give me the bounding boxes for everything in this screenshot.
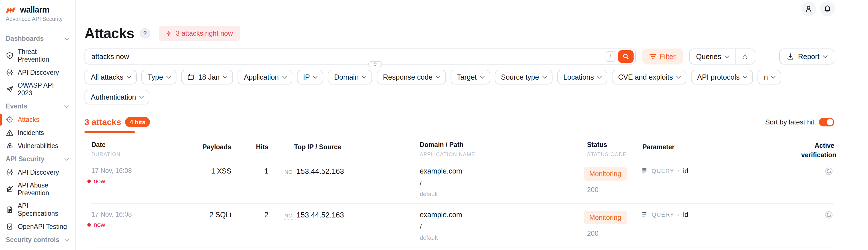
- queries-button[interactable]: Queries: [690, 49, 735, 64]
- chevron-down-icon: [65, 237, 69, 242]
- filter-button[interactable]: Filter: [642, 49, 683, 64]
- verification-ring-icon: [825, 167, 833, 176]
- attack-payloads: 2 SQLi: [194, 211, 231, 241]
- favorite-query-button[interactable]: ☆: [735, 49, 755, 64]
- chip-source-type[interactable]: Source type: [495, 70, 553, 85]
- country-code[interactable]: NO: [284, 169, 293, 176]
- chevron-down-icon: [823, 53, 828, 58]
- sidebar-item-ip-lists[interactable]: IP IP Lists: [0, 247, 75, 250]
- notifications-button[interactable]: [820, 1, 835, 16]
- sidebar: wallarm Advanced API Security Dashboards…: [0, 0, 76, 250]
- status-badge[interactable]: Monitoring: [584, 211, 627, 224]
- status-badge[interactable]: Monitoring: [584, 167, 627, 181]
- report-button[interactable]: Report: [779, 49, 834, 64]
- sort-toggle[interactable]: [819, 118, 834, 126]
- attack-ip: 153.44.52.163: [297, 167, 344, 176]
- chip-cve-and-exploits[interactable]: CVE and exploits: [612, 70, 686, 85]
- sidebar-item-api-specifications[interactable]: API Specifications: [0, 199, 75, 220]
- sidebar-item-api-abuse-prevention[interactable]: API Abuse Prevention: [0, 179, 75, 199]
- chip-truncated[interactable]: n: [757, 70, 781, 85]
- help-icon[interactable]: ?: [140, 28, 150, 38]
- hits-badge: 4 hits: [125, 117, 150, 127]
- sidebar-item-api-discovery-2[interactable]: API Discovery: [0, 166, 75, 179]
- country-code[interactable]: NO: [284, 213, 293, 220]
- attack-application: default: [420, 234, 584, 241]
- sidebar-item-api-discovery[interactable]: API Discovery: [0, 66, 75, 79]
- section-label: Dashboards: [6, 35, 44, 42]
- sidebar-item-label: Attacks: [18, 116, 39, 124]
- chip-date[interactable]: 18 Jan: [181, 70, 233, 85]
- chip-application[interactable]: Application: [238, 70, 292, 85]
- cell-status: Monitoring 200: [584, 167, 643, 197]
- sidebar-item-openapi-testing[interactable]: OpenAPI Testing: [0, 220, 75, 233]
- chip-response-code[interactable]: Response code: [377, 70, 446, 85]
- chip-api-protocols[interactable]: API protocols: [691, 70, 753, 85]
- chip-label: API protocols: [697, 73, 740, 81]
- filters-collapse-handle[interactable]: [368, 61, 382, 67]
- sort-label: Sort by latest hit: [765, 118, 814, 126]
- attack-row[interactable]: 17 Nov, 16:08 now 2 SQLi 2 NO 153.44.52.…: [91, 203, 834, 247]
- main-area: Attacks ? 3 attacks right now /: [76, 0, 868, 250]
- user-icon: [805, 5, 813, 13]
- attacks-now-text: 3 attacks right now: [176, 29, 233, 37]
- warning-triangle-icon: [6, 129, 14, 137]
- sidebar-item-incidents[interactable]: Incidents: [0, 126, 75, 139]
- download-icon: [786, 53, 794, 60]
- chevron-down-icon: [127, 74, 131, 79]
- bolt-icon: [165, 30, 172, 37]
- chip-label: Source type: [501, 73, 539, 81]
- sidebar-section-security-controls[interactable]: Security controls: [0, 233, 75, 247]
- chip-domain[interactable]: Domain: [328, 70, 372, 85]
- active-verification-button[interactable]: [825, 167, 834, 197]
- col-hits-sort[interactable]: Hits: [256, 143, 269, 152]
- chip-locations[interactable]: Locations: [557, 70, 607, 85]
- chevron-down-icon: [724, 53, 729, 58]
- col-top-ip: Top IP / Source: [284, 141, 420, 152]
- chip-all-attacks[interactable]: All attacks: [85, 70, 137, 85]
- chip-type[interactable]: Type: [141, 70, 177, 85]
- sidebar-section-events[interactable]: Events: [0, 100, 75, 113]
- chip-target[interactable]: Target: [451, 70, 490, 85]
- cell-ip: NO 153.44.52.163: [284, 167, 420, 197]
- attacks-table: Date DURATION Payloads Hits Top IP / Sou…: [85, 141, 834, 250]
- tab-attacks[interactable]: 3 attacks 4 hits: [85, 117, 150, 127]
- col-duration-label: DURATION: [91, 152, 194, 158]
- col-verification-label: Active verification: [801, 141, 834, 160]
- chevron-down-icon: [480, 74, 485, 79]
- col-domain-label: Domain / Path: [420, 141, 584, 149]
- sidebar-section-api-security[interactable]: API Security: [0, 152, 75, 166]
- chip-label: IP: [303, 73, 310, 81]
- filter-chips-row-1: All attacks Type 18 Jan Application IP D…: [85, 70, 834, 85]
- wallarm-logo[interactable]: wallarm: [0, 5, 75, 14]
- attack-hits: 2: [231, 211, 269, 241]
- sidebar-item-attacks[interactable]: Attacks: [0, 113, 75, 126]
- sidebar-item-threat-prevention[interactable]: Threat Prevention: [0, 45, 75, 66]
- attack-row[interactable]: 17 Nov, 16:08 now 1 XSS 1 NO 153.44.52.1…: [91, 160, 834, 203]
- sidebar-item-owasp-api-2023[interactable]: OWASP API 2023: [0, 79, 75, 100]
- param-bars-icon: [643, 212, 648, 217]
- chevron-down-icon: [313, 74, 318, 79]
- sidebar-item-label: Incidents: [18, 129, 44, 137]
- chip-ip[interactable]: IP: [297, 70, 323, 85]
- attack-row[interactable]: 17 Nov, 16:08 now 1 Path Traversal 1 NO …: [91, 247, 834, 250]
- search-button[interactable]: [618, 50, 633, 63]
- attack-payloads: 1 XSS: [194, 167, 231, 197]
- sidebar-item-vulnerabilities[interactable]: Vulnerabilities: [0, 139, 75, 152]
- verification-ring-icon: [825, 211, 833, 219]
- attacks-now-badge[interactable]: 3 attacks right now: [159, 26, 240, 41]
- cell-date: 17 Nov, 16:08 now: [91, 167, 194, 197]
- search-input[interactable]: [91, 53, 606, 61]
- attack-date: 17 Nov, 16:08: [91, 167, 194, 175]
- paper-plane-icon: [6, 85, 14, 93]
- filter-chips-row-2: Authentication: [85, 90, 834, 104]
- chip-label: CVE and exploits: [618, 73, 673, 81]
- chip-authentication[interactable]: Authentication: [85, 90, 149, 104]
- col-domain: Domain / Path APPLICATION NAME: [420, 141, 584, 158]
- queries-group: Queries ☆: [689, 49, 755, 64]
- tab-attacks-label: 3 attacks: [85, 117, 121, 127]
- user-button[interactable]: [801, 1, 816, 16]
- sidebar-section-dashboards[interactable]: Dashboards: [0, 32, 75, 45]
- braces-check-icon: [6, 68, 14, 76]
- search-row: / Filter Queries ☆: [85, 49, 834, 64]
- active-verification-button[interactable]: [825, 211, 834, 241]
